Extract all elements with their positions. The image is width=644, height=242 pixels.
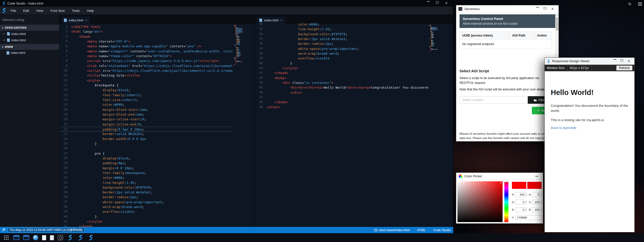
code-line-18[interactable]: 18 margin-block-start:1em; xyxy=(59,107,232,112)
menu-item-edit[interactable]: Edit xyxy=(20,7,33,15)
back-to-aprintlab-link[interactable]: Back to Aprintlab xyxy=(551,126,576,130)
refresh-button[interactable]: Refresh xyxy=(616,65,632,71)
code-line-14[interactable]: 14 display:block; xyxy=(59,88,232,92)
code-line-28[interactable]: 28 display:block; xyxy=(59,156,232,161)
code-line-35[interactable]: 35 border:1px solid #e1e1e1; xyxy=(59,190,232,195)
code-line-32[interactable]: 32 color:#666; xyxy=(59,175,232,180)
refresh-icon[interactable] xyxy=(627,2,632,7)
code-line-32[interactable]: 32 color:#666; xyxy=(255,22,428,27)
code-line-2[interactable]: 2<html lang="en"> xyxy=(59,29,232,34)
code-line-9[interactable]: 9 <link rel="stylesheet" href="https://c… xyxy=(59,63,232,68)
document-file-icon[interactable] xyxy=(50,235,54,240)
code-line-46[interactable]: 46 </div> xyxy=(255,90,428,95)
code-line-25[interactable]: 25 } xyxy=(59,141,232,146)
code-line-8[interactable]: 8 <script src="https://code.jquery.com/j… xyxy=(59,58,232,63)
code-line-44[interactable]: 44 <div class="ui container"> xyxy=(255,80,428,85)
close-button[interactable] xyxy=(625,59,632,63)
code-line-42[interactable]: 42 </head> xyxy=(255,71,428,75)
code-line-17[interactable]: 17 color:#999; xyxy=(59,102,232,107)
status-language-mode[interactable]: HTML xyxy=(417,228,426,232)
code-line-4[interactable]: 4 <meta charset="UTF-8"> xyxy=(59,39,232,44)
code-line-36[interactable]: 36 border-radius:2px; xyxy=(255,41,428,46)
minimize-button[interactable] xyxy=(424,1,433,2)
code-studio-icon-2[interactable] xyxy=(77,234,84,241)
stepper-down-icon[interactable] xyxy=(526,210,529,212)
sidebar-file-item[interactable]: index.html xyxy=(0,50,59,56)
code-line-41[interactable]: 41 </style> xyxy=(59,219,232,224)
stepper-down-icon[interactable] xyxy=(541,210,544,212)
code-line-38[interactable]: 38 word-wrap:break-word; xyxy=(255,51,428,56)
code-line-38[interactable]: 38 word-wrap:break-word; xyxy=(59,204,232,209)
color-field-s-input[interactable] xyxy=(532,200,540,205)
code-studio-icon-1[interactable] xyxy=(67,234,73,241)
tab-index-html[interactable]: index.html xyxy=(62,17,90,24)
app-launcher-icon[interactable] xyxy=(3,234,10,241)
close-button[interactable] xyxy=(442,1,451,5)
color-field-g-input[interactable] xyxy=(515,200,525,205)
code-line-1[interactable]: 1<!DOCTYPE html> xyxy=(59,24,232,29)
code-line-39[interactable]: 39 overflow:visible xyxy=(59,209,232,214)
code-line-49[interactable]: 49</html> xyxy=(255,105,428,110)
code-line-37[interactable]: 37 white-space:pre-wrap!important; xyxy=(255,46,428,51)
code-line-36[interactable]: 36 border-radius:2px; xyxy=(59,195,232,199)
code-studio-icon-3[interactable] xyxy=(87,234,94,241)
saturation-value-gradient[interactable] xyxy=(457,181,503,222)
code-line-23[interactable]: 23 border:solid #b1b1b1; xyxy=(59,131,232,136)
minimap[interactable] xyxy=(234,25,242,66)
hamburger-menu-icon[interactable] xyxy=(638,3,642,6)
sidebar-file-item[interactable]: index.html xyxy=(0,31,59,37)
stepper-down-icon[interactable] xyxy=(526,195,529,196)
stepper-down-icon[interactable] xyxy=(541,195,544,196)
app-window-icon-1[interactable] xyxy=(13,235,19,240)
menu-item-font-size[interactable]: Font Size xyxy=(47,7,68,15)
code-line-12[interactable]: 12 <style> xyxy=(59,78,232,83)
code-line-11[interactable]: 11 <title>Testing Site</title> xyxy=(59,73,232,78)
code-editor[interactable]: 32 color:#666;33 line-height:1.45;34 bac… xyxy=(255,21,453,227)
code-line-24[interactable]: 24 border-width:0 0 0 5px xyxy=(59,136,232,141)
maximize-button[interactable] xyxy=(541,7,549,9)
code-line-34[interactable]: 34 background-color:#f9f9f9; xyxy=(255,32,428,37)
sidebar-file-item[interactable]: index.html xyxy=(0,37,59,43)
code-line-43[interactable]: 43 <body> xyxy=(255,76,428,80)
code-line-37[interactable]: 37 white-space:pre-wrap!important; xyxy=(59,200,232,204)
maximize-button[interactable] xyxy=(618,59,625,61)
code-line-35[interactable]: 35 border:1px solid #e1e1e1; xyxy=(255,37,428,41)
code-line-42[interactable]: 42 </head> xyxy=(59,224,232,227)
code-line-10[interactable]: 10 <script src="https://cdnjs.cloudflare… xyxy=(59,68,232,73)
stepper-down-icon[interactable] xyxy=(541,202,544,204)
scrollbar-thumb[interactable] xyxy=(556,17,558,30)
code-line-6[interactable]: 6 <meta name="viewport" content="user-sc… xyxy=(59,49,232,54)
sidebar-section-www[interactable]: WWW xyxy=(0,44,59,50)
code-line-41[interactable]: 41 </style> xyxy=(255,66,428,71)
stepper-down-icon[interactable] xyxy=(526,202,529,204)
code-line-5[interactable]: 5 <meta name="apple-mobile-web-app-capab… xyxy=(59,44,232,49)
code-line-15[interactable]: 15 font-family:inherit; xyxy=(59,93,232,97)
code-line-20[interactable]: 20 margin-inline-start:0; xyxy=(59,117,232,122)
code-line-21[interactable]: 21 margin-inline-end:0; xyxy=(59,122,232,127)
code-line-30[interactable]: 30 margin:0 0 10px; xyxy=(59,166,232,170)
close-icon[interactable] xyxy=(3,32,6,36)
hue-slider[interactable] xyxy=(504,181,508,222)
rdv-titlebar[interactable]: Responsive Design Viewer xyxy=(545,58,634,65)
menu-item-file[interactable]: File xyxy=(7,7,20,15)
code-line-22[interactable]: 22 padding:0 5px 0 20px; xyxy=(59,127,232,131)
code-line-40[interactable]: 40 } xyxy=(59,214,232,219)
code-line-13[interactable]: 13 blockquote { xyxy=(59,83,232,88)
code-line-29[interactable]: 29 padding:8px; xyxy=(59,161,232,165)
code-line-40[interactable]: 40 } xyxy=(255,61,428,66)
agi-script-location-input[interactable] xyxy=(459,96,528,104)
window-titlebar[interactable]: Code Studio - index.html xyxy=(0,0,453,7)
sidebar-section-open-editors[interactable]: OPEN EDITORS xyxy=(0,25,59,31)
code-line-16[interactable]: 16 font-size:inherit; xyxy=(59,97,232,102)
color-field-b-input[interactable] xyxy=(515,207,525,212)
code-line-3[interactable]: 3 <head> xyxy=(59,34,232,39)
serverless-titlebar[interactable]: Serverless xyxy=(456,5,559,13)
code-line-26[interactable]: 26 xyxy=(59,146,232,151)
close-icon[interactable] xyxy=(3,38,6,42)
serverless-app-icon[interactable] xyxy=(58,235,63,240)
scroll-up-icon[interactable] xyxy=(556,13,559,16)
minimize-button[interactable] xyxy=(534,7,541,8)
menu-item-view[interactable]: View xyxy=(33,7,47,15)
minimize-button[interactable] xyxy=(533,176,540,177)
code-editor[interactable]: 1<!DOCTYPE html>2<html lang="en">3 <head… xyxy=(59,24,255,227)
